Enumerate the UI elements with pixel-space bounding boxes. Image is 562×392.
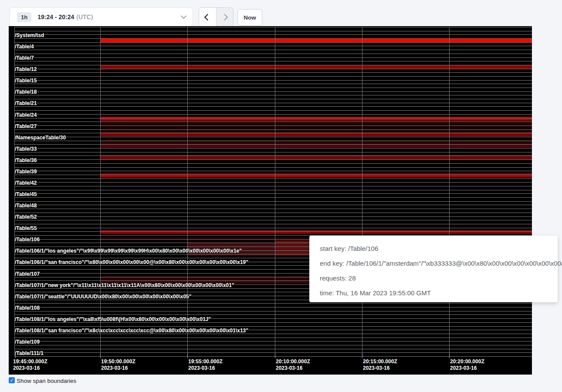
row-label: /NamespaceTable/30 (15, 135, 66, 141)
span-boundary-line (14, 99, 532, 99)
chevron-right-icon (221, 14, 228, 20)
row-label: /Table/107/1/"seattle"/"UUUUUUD\x00\x80\… (15, 294, 191, 300)
span-boundary-line (14, 65, 532, 65)
span-boundary-line (14, 148, 532, 149)
heat-band[interactable] (100, 38, 532, 42)
row-label: /System/tsd (15, 32, 44, 38)
axis-tick (100, 353, 101, 358)
span-boundary-line (14, 338, 532, 338)
span-boundary-line (14, 54, 532, 54)
axis-date-label: 2023-03-16 (276, 365, 302, 371)
axis-tick (187, 353, 188, 358)
key-visualizer-canvas[interactable]: /System/tsd/Table/4/Table/7/Table/12/Tab… (9, 26, 532, 375)
next-time-button-disabled[interactable] (216, 8, 234, 26)
span-boundary-line (14, 345, 532, 345)
time-column-line (362, 27, 362, 356)
axis-time-label: 20:15:00.000Z (363, 358, 397, 365)
axis-time-label: 20:10:00.000Z (276, 358, 310, 365)
show-span-boundaries-control[interactable]: ✓ Show span boundaries (9, 377, 76, 385)
row-label: /Table/45 (15, 191, 37, 197)
span-boundary-line (14, 159, 532, 160)
row-label: /Table/33 (15, 146, 37, 152)
heat-band[interactable] (100, 65, 532, 69)
heat-band[interactable] (100, 173, 532, 178)
span-boundary-line (14, 352, 532, 353)
span-boundary-line (14, 72, 532, 73)
span-boundary-line (14, 311, 532, 311)
axis-time-label: 19:45:00.000Z (13, 358, 47, 365)
heat-band[interactable] (100, 230, 532, 234)
span-boundary-line (14, 122, 532, 122)
span-boundary-line (14, 182, 532, 182)
span-boundary-line (14, 27, 532, 27)
time-range-preset-badge: 1h (17, 12, 31, 22)
row-label: /Table/109 (15, 339, 40, 345)
span-boundary-line (14, 193, 532, 194)
span-boundary-line (14, 220, 532, 220)
span-boundary-line (14, 38, 532, 39)
row-label: /Table/36 (15, 157, 37, 163)
span-boundary-line (14, 76, 532, 77)
span-boundary-line (14, 224, 532, 224)
row-label: /Table/12 (15, 66, 37, 72)
span-boundary-line (14, 69, 532, 69)
tooltip-end-key: end key: /Table/106/1/"amsterdam"/"\xb33… (320, 256, 558, 271)
axis-time-label: 19:50:00.000Z (101, 358, 135, 365)
span-boundary-line (14, 201, 532, 202)
axis-date-label: 2023-03-16 (13, 365, 40, 371)
row-label: /Table/107/1/"new york"/"\x11\x11\x11\x1… (15, 282, 234, 288)
time-column-line (275, 27, 275, 356)
span-boundary-line (14, 61, 532, 61)
span-boundary-line (14, 84, 532, 84)
row-label: /Table/108/1/"san francisco"/"\x8c\xcc\x… (15, 328, 248, 334)
span-boundary-line (14, 95, 532, 95)
span-boundary-line (14, 186, 532, 186)
span-boundary-line (14, 129, 532, 130)
span-boundary-line (14, 190, 532, 190)
row-label: /Table/42 (15, 180, 37, 186)
row-label: /Table/39 (15, 169, 37, 175)
span-boundary-line (14, 197, 532, 198)
span-boundary-line (14, 231, 532, 232)
row-label: /Table/108 (15, 305, 40, 311)
tooltip-requests: requests: 28 (320, 271, 558, 286)
row-label: /Table/4 (15, 44, 34, 50)
span-boundary-line (14, 133, 532, 133)
axis-date-label: 2023-03-16 (101, 365, 128, 371)
span-boundary-line (14, 228, 532, 228)
span-boundary-line (14, 171, 532, 171)
row-label: /Table/18 (15, 89, 37, 95)
heat-band[interactable] (100, 117, 532, 121)
axis-date-label: 2023-03-16 (363, 365, 389, 371)
span-boundary-line (14, 114, 532, 115)
axis-date-label: 2023-03-16 (450, 365, 477, 371)
key-visualizer-page: 1h 19:24 - 20:24 (UTC) Now /System/tsd/T… (0, 0, 562, 392)
span-boundary-line (14, 341, 532, 341)
span-boundary-line (14, 213, 532, 213)
time-range-timezone: (UTC) (76, 14, 93, 20)
show-span-boundaries-checkbox[interactable]: ✓ (9, 377, 15, 383)
span-boundary-line (14, 118, 532, 118)
span-boundary-line (14, 57, 532, 58)
span-boundary-line (14, 326, 532, 327)
span-boundary-line (14, 334, 532, 334)
span-boundary-line (14, 137, 532, 137)
chevron-left-icon (204, 14, 211, 20)
span-boundary-line (14, 80, 532, 81)
axis-time-label: 20:20:00.000Z (450, 358, 484, 365)
row-label: /Table/15 (15, 78, 37, 84)
prev-time-button[interactable] (199, 8, 216, 26)
time-range-selector[interactable]: 1h 19:24 - 20:24 (UTC) (10, 7, 193, 27)
row-label: /Table/21 (15, 100, 37, 106)
now-button[interactable]: Now (237, 9, 262, 26)
span-boundary-line (14, 91, 532, 92)
span-boundary-line (14, 110, 532, 111)
span-boundary-line (14, 46, 532, 46)
span-boundary-line (14, 349, 532, 349)
axis-tick (449, 353, 450, 358)
span-boundary-line (14, 125, 532, 126)
span-boundary-line (14, 106, 532, 107)
span-boundary-line (14, 88, 532, 88)
row-label: /Table/7 (15, 55, 34, 61)
row-label: /Table/52 (15, 214, 37, 220)
